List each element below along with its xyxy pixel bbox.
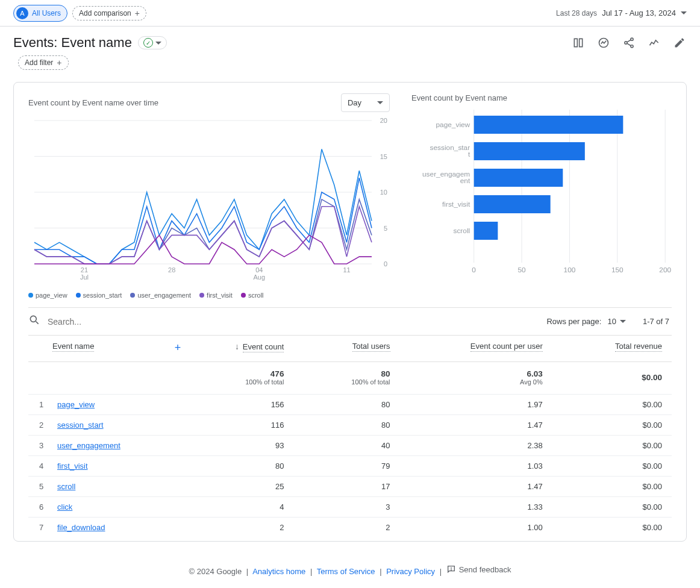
table-row: 4first_visit 80 79 1.03 $0.00 <box>28 456 672 477</box>
svg-text:Jul: Jul <box>80 274 89 281</box>
svg-text:session_star: session_star <box>430 145 470 152</box>
svg-text:20: 20 <box>380 117 387 124</box>
cell-per-user: 1.33 <box>400 497 552 518</box>
cell-revenue: $0.00 <box>552 395 672 415</box>
segment-label: All Users <box>32 9 61 17</box>
legend-item[interactable]: user_engagement <box>130 292 191 299</box>
table-row: 2session_start 116 80 1.47 $0.00 <box>28 415 672 436</box>
cell-users: 2 <box>293 518 399 538</box>
totals-row: 476100% of total 80100% of total 6.03Avg… <box>28 362 672 395</box>
svg-text:15: 15 <box>380 153 387 160</box>
check-circle-icon: ✓ <box>143 38 153 48</box>
svg-rect-32 <box>474 116 623 134</box>
event-name-link[interactable]: page_view <box>57 400 95 409</box>
bar-chart: 050100150200page_viewsession_startuser_e… <box>411 107 672 276</box>
line-chart-title: Event count by Event name over time <box>28 98 158 107</box>
total-count: 476 <box>204 369 284 378</box>
date-range-value: Jul 17 - Aug 13, 2024 <box>602 8 676 17</box>
line-chart-legend: page_viewsession_startuser_engagementfir… <box>28 292 390 299</box>
svg-text:28: 28 <box>168 266 175 274</box>
cell-per-user: 1.47 <box>400 415 552 436</box>
legend-item[interactable]: first_visit <box>199 292 233 299</box>
granularity-value: Day <box>348 98 361 107</box>
bar-chart-panel: Event count by Event name 050100150200pa… <box>411 93 672 299</box>
total-per-user-sub: Avg 0% <box>410 378 543 386</box>
svg-point-46 <box>451 570 451 571</box>
date-range-label: Last 28 days <box>556 9 597 17</box>
segment-letter-badge: A <box>16 7 28 19</box>
cell-revenue: $0.00 <box>552 456 672 477</box>
table-row: 1page_view 156 80 1.97 $0.00 <box>28 395 672 415</box>
chevron-down-icon <box>377 101 383 104</box>
footer-link-analytics-home[interactable]: Analytics home <box>252 567 305 576</box>
svg-text:200: 200 <box>659 266 671 274</box>
cell-count: 156 <box>194 395 293 415</box>
svg-text:user_engagem: user_engagem <box>422 171 470 178</box>
rows-per-page-select[interactable]: 10 <box>607 317 625 326</box>
svg-text:5: 5 <box>384 225 387 232</box>
compare-icon[interactable] <box>647 36 661 50</box>
col-event-count[interactable]: Event count <box>243 342 284 352</box>
rows-per-page-value: 10 <box>607 317 616 326</box>
legend-item[interactable]: session_start <box>76 292 122 299</box>
line-chart: 0510152021Jul2804Aug11 <box>28 117 390 286</box>
col-event-name[interactable]: Event name <box>52 342 94 352</box>
search-input[interactable] <box>48 317 546 327</box>
add-filter-chip[interactable]: Add filter + <box>18 55 69 70</box>
date-range-picker[interactable]: Last 28 days Jul 17 - Aug 13, 2024 <box>556 8 687 17</box>
svg-text:50: 50 <box>517 266 525 274</box>
col-per-user[interactable]: Event count per user <box>470 342 543 352</box>
customize-report-icon[interactable] <box>571 36 586 50</box>
plus-icon: + <box>135 8 140 18</box>
event-name-link[interactable]: scroll <box>57 482 75 491</box>
cell-users: 80 <box>293 395 399 415</box>
segment-all-users-chip[interactable]: A All Users <box>13 5 67 22</box>
event-name-link[interactable]: click <box>57 502 72 511</box>
legend-item[interactable]: scroll <box>241 292 264 299</box>
svg-text:11: 11 <box>343 266 350 274</box>
add-dimension-icon[interactable]: + <box>175 342 181 354</box>
feedback-icon <box>446 565 456 574</box>
col-revenue[interactable]: Total revenue <box>615 342 662 352</box>
pagination-range: 1-7 of 7 <box>643 317 669 326</box>
cell-count: 25 <box>194 477 293 497</box>
cell-count: 93 <box>194 436 293 456</box>
add-comparison-chip[interactable]: Add comparison + <box>72 6 146 20</box>
event-name-link[interactable]: session_start <box>57 421 104 430</box>
cell-per-user: 1.00 <box>400 518 552 538</box>
legend-item[interactable]: page_view <box>28 292 67 299</box>
svg-text:10: 10 <box>380 189 387 196</box>
table-row: 3user_engagement 93 40 2.38 $0.00 <box>28 436 672 456</box>
event-name-link[interactable]: user_engagement <box>57 441 120 450</box>
cell-users: 17 <box>293 477 399 497</box>
cell-per-user: 1.47 <box>400 477 552 497</box>
footer-link-terms[interactable]: Terms of Service <box>317 567 375 576</box>
svg-text:page_view: page_view <box>436 121 470 128</box>
svg-rect-37 <box>474 169 563 187</box>
granularity-dropdown[interactable]: Day <box>341 93 390 112</box>
total-users: 80 <box>303 369 390 378</box>
bar-chart-title: Event count by Event name <box>411 93 672 102</box>
svg-text:Aug: Aug <box>254 274 266 281</box>
cell-per-user: 1.03 <box>400 456 552 477</box>
svg-text:04: 04 <box>255 266 263 274</box>
event-name-link[interactable]: first_visit <box>57 461 88 471</box>
share-icon[interactable] <box>622 36 636 50</box>
send-feedback-link[interactable]: Send feedback <box>446 565 511 574</box>
total-revenue: $0.00 <box>562 373 662 382</box>
feedback-label: Send feedback <box>459 565 511 574</box>
insights-icon[interactable] <box>596 36 611 50</box>
footer: © 2024 Google | Analytics home | Terms o… <box>0 554 700 584</box>
chevron-down-icon <box>155 42 161 45</box>
svg-rect-42 <box>474 222 498 240</box>
status-pill[interactable]: ✓ <box>138 36 167 49</box>
event-name-link[interactable]: file_download <box>57 523 105 532</box>
footer-link-privacy[interactable]: Privacy Policy <box>386 567 435 576</box>
edit-icon[interactable] <box>672 36 687 50</box>
svg-text:150: 150 <box>611 266 623 274</box>
svg-rect-34 <box>474 142 585 160</box>
cell-users: 3 <box>293 497 399 518</box>
svg-point-44 <box>30 316 36 322</box>
cell-per-user: 2.38 <box>400 436 552 456</box>
col-total-users[interactable]: Total users <box>352 342 390 352</box>
